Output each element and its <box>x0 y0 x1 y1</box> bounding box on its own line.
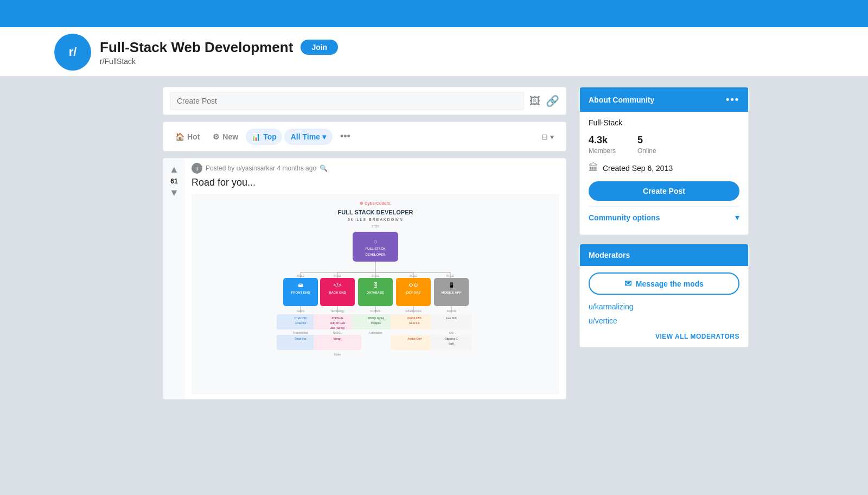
svg-text:🗄: 🗄 <box>373 282 378 288</box>
about-community-card: About Community ••• Full-Stack 4.3k Memb… <box>579 87 749 235</box>
members-label: Members <box>589 147 616 155</box>
svg-text:📱: 📱 <box>448 282 455 289</box>
message-mods-button[interactable]: ✉ Message the mods <box>589 272 739 295</box>
subreddit-header: r/ Full-Stack Web Development Join r/Ful… <box>0 27 868 76</box>
svg-text:Javascript: Javascript <box>295 322 307 325</box>
post-meta: u Posted by u/yasinsarkar 4 months ago 🔍 <box>192 163 559 174</box>
right-column: About Community ••• Full-Stack 4.3k Memb… <box>579 87 749 399</box>
about-community-title: About Community <box>589 96 654 104</box>
subreddit-title-row: Full-Stack Web Development Join <box>100 39 338 56</box>
post-image-container: ⊗ CyberCoders. FULL STACK DEVELOPER SKIL… <box>192 194 559 395</box>
svg-text:Objective C: Objective C <box>445 338 458 340</box>
mod-item-0[interactable]: u/karmalizing <box>589 302 739 311</box>
subreddit-info: Full-Stack Web Development Join r/FullSt… <box>100 39 338 66</box>
svg-text:React  Vue: React Vue <box>295 338 307 340</box>
svg-text:Infrastructure: Infrastructure <box>405 309 422 313</box>
about-more-button[interactable]: ••• <box>726 94 739 105</box>
svg-text:HTML  CSS: HTML CSS <box>295 317 307 320</box>
svg-text:Android: Android <box>446 309 456 313</box>
post-card: ▲ 61 ▼ u Posted by u/yasinsarkar 4 month… <box>163 158 566 399</box>
moderators-card: Moderators ✉ Message the mods u/karmaliz… <box>579 244 749 347</box>
mod-list: u/karmalizing u/vertice <box>589 302 739 325</box>
create-post-box: 🖼 🔗 <box>163 87 566 115</box>
svg-text:ROLE: ROLE <box>446 274 454 277</box>
vote-column: ▲ 61 ▼ <box>163 158 185 399</box>
hot-icon: 🏠 <box>175 132 184 141</box>
svg-text:ROLE: ROLE <box>372 274 379 277</box>
svg-text:DATABASE: DATABASE <box>367 291 384 294</box>
svg-text:Mongo: Mongo <box>334 338 341 340</box>
subreddit-name: Full-Stack Web Development <box>100 39 293 56</box>
verified-icon: 🔍 <box>320 164 328 172</box>
svg-text:ROLE: ROLE <box>410 274 417 277</box>
post-title[interactable]: Road for you... <box>192 177 559 188</box>
new-icon: ⚙ <box>213 132 220 141</box>
about-community-body: Full-Stack 4.3k Members 5 Online 🏛 Creat… <box>580 112 748 234</box>
subreddit-icon-text: r/ <box>69 45 77 59</box>
sort-new-label: New <box>222 132 238 141</box>
sort-new-button[interactable]: ⚙ New <box>207 129 244 145</box>
subreddit-slug: r/FullStack <box>100 57 338 66</box>
svg-text:Swift: Swift <box>449 342 455 345</box>
downvote-button[interactable]: ▼ <box>166 186 182 200</box>
mod-item-1[interactable]: u/vertice <box>589 316 739 325</box>
calendar-icon: 🏛 <box>589 162 598 174</box>
about-community-header: About Community ••• <box>580 87 748 112</box>
link-icon[interactable]: 🔗 <box>546 94 559 107</box>
svg-text:ROLE: ROLE <box>334 274 341 277</box>
svg-text:Java  SDK: Java SDK <box>446 317 457 320</box>
moderators-title: Moderators <box>589 251 630 259</box>
chevron-down-icon: ▾ <box>735 212 739 223</box>
view-all-moderators-button[interactable]: VIEW ALL MODERATORS <box>589 333 739 340</box>
all-time-dropdown[interactable]: All Time ▾ <box>284 129 333 145</box>
more-options-button[interactable]: ••• <box>337 128 354 145</box>
main-container: 🖼 🔗 🏠 Hot ⚙ New 📊 Top All Time ▾ ••• <box>108 76 760 410</box>
layout-button[interactable]: ⊟ ▾ <box>536 129 559 144</box>
svg-text:Postgres: Postgres <box>371 322 381 325</box>
layout-chevron-icon: ▾ <box>550 132 554 141</box>
community-options-row[interactable]: Community options ▾ <box>589 206 739 228</box>
svg-text:MSSQL  MySql: MSSQL MySql <box>368 317 384 320</box>
svg-text:Frameworks: Frameworks <box>293 331 308 334</box>
svg-text:FRONT END: FRONT END <box>291 291 311 294</box>
join-button[interactable]: Join <box>301 40 338 55</box>
svg-text:DEVELOPER: DEVELOPER <box>365 253 386 256</box>
svg-text:⬡: ⬡ <box>374 240 377 244</box>
svg-text:Technology: Technology <box>330 309 344 313</box>
create-post-input[interactable] <box>170 92 524 110</box>
community-stats: 4.3k Members 5 Online <box>589 135 739 155</box>
message-icon: ✉ <box>624 278 631 289</box>
svg-text:Automation: Automation <box>368 331 382 334</box>
image-icon[interactable]: 🖼 <box>529 95 540 107</box>
post-content: u Posted by u/yasinsarkar 4 months ago 🔍… <box>185 158 566 399</box>
upvote-button[interactable]: ▲ <box>166 163 182 176</box>
sort-hot-button[interactable]: 🏠 Hot <box>170 129 205 145</box>
online-label: Online <box>637 147 656 155</box>
created-date: Created Sep 6, 2013 <box>603 164 673 173</box>
left-column: 🖼 🔗 🏠 Hot ⚙ New 📊 Top All Time ▾ ••• <box>163 87 566 399</box>
svg-text:NoSQL: NoSQL <box>333 331 342 334</box>
sidebar-create-post-button[interactable]: Create Post <box>589 181 739 201</box>
svg-text:Azure  ILK: Azure ILK <box>409 322 420 325</box>
svg-text:Node: Node <box>334 353 341 356</box>
svg-text:RDBMS: RDBMS <box>371 309 381 313</box>
svg-text:NGINX  AWS: NGINX AWS <box>407 317 421 320</box>
post-diagram-image: ⊗ CyberCoders. FULL STACK DEVELOPER SKIL… <box>272 194 478 395</box>
svg-text:PHP  Node: PHP Node <box>331 317 343 320</box>
svg-text:iOS: iOS <box>449 331 454 334</box>
svg-text:MOBILE APP: MOBILE APP <box>441 291 461 294</box>
vote-count: 61 <box>170 177 177 185</box>
all-time-label: All Time <box>291 132 320 141</box>
moderators-body: ✉ Message the mods u/karmalizing u/verti… <box>580 266 748 347</box>
svg-text:🏔: 🏔 <box>298 282 303 288</box>
layout-icon: ⊟ <box>541 132 548 141</box>
sort-bar: 🏠 Hot ⚙ New 📊 Top All Time ▾ ••• ⊟ ▾ <box>163 122 566 151</box>
svg-text:BACK END: BACK END <box>329 291 346 294</box>
sort-top-label: Top <box>263 132 277 141</box>
svg-text:2025: 2025 <box>372 225 379 228</box>
header-banner <box>0 0 868 27</box>
sort-top-button[interactable]: 📊 Top <box>246 129 282 145</box>
svg-text:Basics: Basics <box>297 309 305 313</box>
top-icon: 📊 <box>251 132 260 141</box>
subreddit-icon: r/ <box>54 34 91 71</box>
